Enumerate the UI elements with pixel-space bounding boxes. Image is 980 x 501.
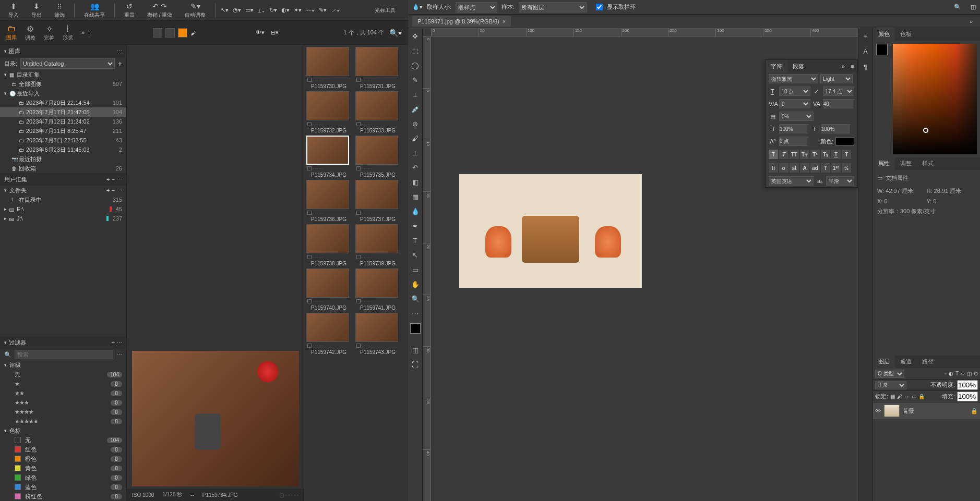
tab-finish[interactable]: ✧完善 bbox=[40, 22, 58, 44]
tab-styles[interactable]: 样式 bbox=[917, 157, 939, 170]
ot-fi[interactable]: fi bbox=[769, 163, 778, 173]
opacity-input[interactable] bbox=[957, 380, 978, 390]
antialias-select[interactable]: 平滑 bbox=[826, 176, 854, 186]
tree-drive-item[interactable]: ▸🖴J:\237 bbox=[0, 214, 126, 223]
tab-swatches[interactable]: 色板 bbox=[895, 28, 917, 41]
tab-channels[interactable]: 通道 bbox=[895, 356, 917, 368]
tool-icon[interactable]: ▭▾ bbox=[243, 7, 256, 14]
tree-folders[interactable]: ▾文件夹+ − ⋯ bbox=[0, 186, 126, 195]
shape-tool[interactable]: ▭ bbox=[410, 264, 421, 275]
thumbnail-item[interactable]: · · · · ·P1159730.JPG bbox=[306, 47, 351, 89]
marquee-tool[interactable]: ⬚ bbox=[410, 45, 421, 56]
tab-color[interactable]: 颜色 bbox=[873, 28, 895, 41]
filter-rating-item[interactable]: 无104 bbox=[0, 370, 126, 379]
filter-button[interactable]: ⁝⁝筛选 bbox=[48, 1, 71, 20]
panel-user-header[interactable]: 用户汇集+ − ⋯ bbox=[0, 173, 126, 186]
more-icon[interactable]: ⋯ bbox=[116, 48, 122, 55]
thumbnail-item[interactable]: · · · · ·P1159739.JPG bbox=[355, 224, 400, 266]
crop-tool[interactable]: ⟂ bbox=[410, 89, 421, 100]
tool-icon[interactable]: ↻▾ bbox=[267, 7, 279, 14]
fg-bg-swatch[interactable] bbox=[876, 44, 890, 154]
minus-icon[interactable]: − bbox=[112, 176, 115, 182]
strike-button[interactable]: Ŧ bbox=[842, 150, 851, 159]
tool-icon[interactable]: ✎▾ bbox=[317, 7, 329, 14]
type-tool[interactable]: T bbox=[410, 235, 421, 246]
tree-all-images[interactable]: 🗀全部图像597 bbox=[0, 79, 126, 89]
tab-adjustments[interactable]: 调整 bbox=[895, 157, 917, 170]
thumbnail-item[interactable]: · · · · ·P1159731.JPG bbox=[355, 47, 400, 89]
filter-rating-item[interactable]: ★★★★★0 bbox=[0, 417, 126, 426]
filter-color-item[interactable]: 红色0 bbox=[0, 445, 126, 454]
import-button[interactable]: ⬆导入 bbox=[2, 1, 25, 20]
quickmask-tool[interactable]: ◫ bbox=[410, 344, 421, 356]
crop-tool-icon[interactable]: ⟂▾ bbox=[256, 7, 267, 14]
export-button[interactable]: ⬇导出 bbox=[25, 1, 48, 20]
wand-tool[interactable]: ✎ bbox=[410, 74, 421, 85]
panel-library-header[interactable]: ▾图库⋯ bbox=[0, 45, 126, 57]
catalog-select[interactable]: Untitled Catalog bbox=[20, 58, 115, 69]
thumbnail-item[interactable]: · · · · ·P1159742.JPG bbox=[306, 313, 351, 355]
scale-select[interactable]: 0% bbox=[779, 112, 814, 121]
allcaps-button[interactable]: TT bbox=[790, 150, 799, 159]
fill-input[interactable] bbox=[957, 392, 978, 401]
ot-half[interactable]: ½ bbox=[842, 163, 851, 173]
history-brush-tool[interactable]: ↶ bbox=[410, 162, 421, 173]
filter-color-item[interactable]: 粉红色0 bbox=[0, 492, 126, 501]
blur-tool[interactable]: 💧 bbox=[410, 205, 421, 217]
dock-para-icon[interactable]: ¶ bbox=[860, 62, 871, 73]
stamp-tool[interactable]: ⊥ bbox=[410, 147, 421, 158]
filter-type-icon[interactable]: T bbox=[955, 371, 959, 376]
filter-rating-item[interactable]: ★★0 bbox=[0, 388, 126, 398]
tool-icon[interactable]: ◐▾ bbox=[279, 7, 292, 14]
color-spectrum[interactable] bbox=[893, 44, 977, 154]
undo-redo-button[interactable]: ↶ ↷撤销 / 重做 bbox=[141, 1, 178, 20]
tree-date-item[interactable]: 🗀2023年7月20日 22:14:54101 bbox=[0, 98, 126, 107]
leading-select[interactable]: 17.4 点 bbox=[823, 87, 854, 96]
visibility-icon[interactable]: 👁 bbox=[875, 408, 881, 414]
tab-paths[interactable]: 路径 bbox=[917, 356, 939, 368]
tree-summary[interactable]: ▾▦目录汇集 bbox=[0, 70, 126, 79]
close-icon[interactable]: × bbox=[503, 18, 506, 25]
thumbnail-item[interactable]: · · · · ·P1159736.JPG bbox=[306, 180, 351, 222]
minus-icon[interactable]: − bbox=[112, 187, 115, 193]
share-button[interactable]: 👥在线共享 bbox=[78, 1, 111, 20]
canvas-area[interactable]: 050100150200250300350400 051015202530354… bbox=[423, 28, 858, 501]
eyedropper-icon[interactable]: 💧▾ bbox=[412, 4, 423, 10]
filter-toggle[interactable]: ⊙ bbox=[974, 371, 978, 376]
ot-st[interactable]: st bbox=[790, 163, 799, 173]
tree-date-item[interactable]: 🗀2023年7月3日 22:52:5543 bbox=[0, 136, 126, 145]
tool-icon[interactable]: ✦▾ bbox=[292, 7, 304, 14]
expand-icon[interactable]: » bbox=[970, 18, 976, 25]
sample-size-select[interactable]: 取样点 bbox=[456, 2, 497, 13]
tree-date-item[interactable]: 🗀2023年7月12日 21:24:02136 bbox=[0, 117, 126, 126]
eraser-tool[interactable]: ◧ bbox=[410, 176, 421, 188]
smallcaps-button[interactable]: Tᴛ bbox=[800, 150, 809, 159]
tree-trash[interactable]: 🗑回收箱26 bbox=[0, 164, 126, 173]
view-split-button[interactable] bbox=[165, 28, 175, 38]
filter-smart-icon[interactable]: ◫ bbox=[967, 371, 972, 376]
plus-icon[interactable]: + bbox=[106, 176, 110, 182]
tool-icon[interactable]: ⟋▾ bbox=[329, 7, 342, 14]
thumbnail-item[interactable]: · · · · ·P1159734.JPG bbox=[306, 136, 351, 178]
font-family-select[interactable]: 微软雅黑 bbox=[769, 74, 818, 83]
search-icon[interactable]: 🔍 bbox=[954, 4, 961, 10]
thumbnail-item[interactable]: · · · · ·P1159740.JPG bbox=[306, 268, 351, 311]
filter-color-item[interactable]: 黄色0 bbox=[0, 463, 126, 473]
tab-library[interactable]: 🗀图库 bbox=[2, 22, 21, 44]
hand-tool[interactable]: ✋ bbox=[410, 278, 421, 290]
filter-adjust-icon[interactable]: ◐ bbox=[949, 371, 953, 376]
dock-char-icon[interactable]: A bbox=[860, 46, 871, 57]
filter-color-item[interactable]: 无104 bbox=[0, 435, 126, 445]
search-icon[interactable]: 🔍▾ bbox=[389, 29, 406, 37]
tree-recent-capture[interactable]: 📷最近拍摄 bbox=[0, 154, 126, 164]
brush-icon[interactable]: 🖌 bbox=[190, 30, 196, 36]
zoom-tool[interactable]: 🔍 bbox=[410, 293, 421, 304]
view-grid-button[interactable] bbox=[153, 28, 162, 38]
filter-rating-item[interactable]: ★★★0 bbox=[0, 398, 126, 407]
lock-paint-icon[interactable]: 🖌 bbox=[897, 394, 902, 399]
layer-thumbnail[interactable] bbox=[884, 405, 900, 417]
ot-T[interactable]: T bbox=[821, 163, 830, 173]
lock-all-icon[interactable]: 🔒 bbox=[918, 394, 925, 399]
canvas-image[interactable] bbox=[459, 174, 642, 288]
collapse-icon[interactable]: » bbox=[838, 63, 847, 69]
